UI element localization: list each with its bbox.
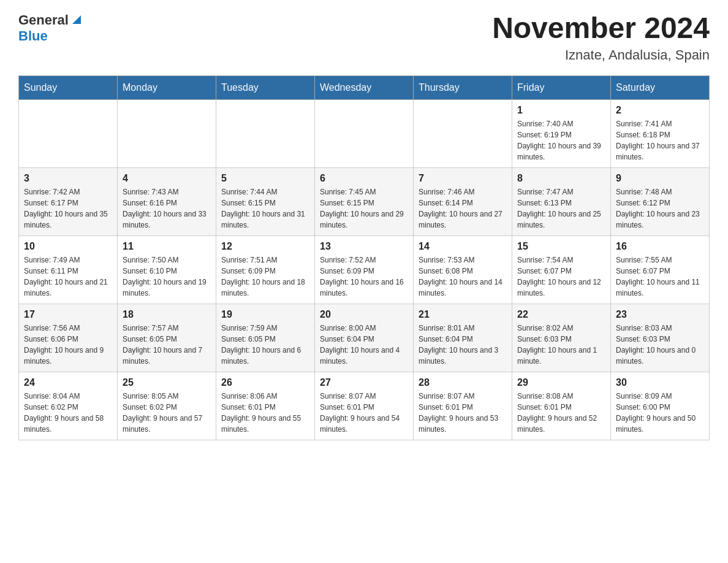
table-row xyxy=(216,99,315,167)
day-number: 8 xyxy=(517,173,605,184)
day-info: Sunrise: 8:07 AM Sunset: 6:01 PM Dayligh… xyxy=(419,391,507,435)
table-row xyxy=(19,99,118,167)
day-number: 20 xyxy=(320,309,408,320)
day-number: 16 xyxy=(616,241,704,252)
day-info: Sunrise: 8:04 AM Sunset: 6:02 PM Dayligh… xyxy=(24,391,112,435)
table-row xyxy=(315,99,414,167)
day-info: Sunrise: 7:48 AM Sunset: 6:12 PM Dayligh… xyxy=(616,186,704,231)
day-info: Sunrise: 7:55 AM Sunset: 6:07 PM Dayligh… xyxy=(616,255,704,299)
day-number: 28 xyxy=(419,377,507,388)
day-number: 27 xyxy=(320,377,408,388)
day-info: Sunrise: 7:40 AM Sunset: 6:19 PM Dayligh… xyxy=(517,118,605,163)
day-info: Sunrise: 8:02 AM Sunset: 6:03 PM Dayligh… xyxy=(517,323,605,367)
day-number: 19 xyxy=(221,309,309,320)
title-block: November 2024 Iznate, Andalusia, Spain xyxy=(492,12,710,63)
day-info: Sunrise: 8:01 AM Sunset: 6:04 PM Dayligh… xyxy=(419,323,507,367)
col-monday: Monday xyxy=(118,75,216,99)
day-info: Sunrise: 7:56 AM Sunset: 6:06 PM Dayligh… xyxy=(24,323,112,367)
logo-blue-text: Blue xyxy=(18,28,48,44)
location-title: Iznate, Andalusia, Spain xyxy=(492,47,710,63)
header: General Blue November 2024 Iznate, Andal… xyxy=(18,12,710,63)
day-number: 3 xyxy=(24,173,112,184)
table-row: 7Sunrise: 7:46 AM Sunset: 6:14 PM Daylig… xyxy=(414,167,512,236)
table-row: 25Sunrise: 8:05 AM Sunset: 6:02 PM Dayli… xyxy=(118,372,216,440)
day-number: 10 xyxy=(24,241,112,252)
day-info: Sunrise: 8:06 AM Sunset: 6:01 PM Dayligh… xyxy=(221,391,309,435)
day-info: Sunrise: 7:52 AM Sunset: 6:09 PM Dayligh… xyxy=(320,255,408,299)
table-row: 24Sunrise: 8:04 AM Sunset: 6:02 PM Dayli… xyxy=(19,372,118,440)
table-row: 4Sunrise: 7:43 AM Sunset: 6:16 PM Daylig… xyxy=(118,167,216,236)
logo-general-text: General xyxy=(18,12,69,28)
table-row xyxy=(414,99,512,167)
day-number: 25 xyxy=(123,377,211,388)
day-info: Sunrise: 7:45 AM Sunset: 6:15 PM Dayligh… xyxy=(320,186,408,231)
col-saturday: Saturday xyxy=(611,75,710,99)
day-info: Sunrise: 7:42 AM Sunset: 6:17 PM Dayligh… xyxy=(24,186,112,231)
day-info: Sunrise: 7:50 AM Sunset: 6:10 PM Dayligh… xyxy=(123,255,211,299)
day-number: 26 xyxy=(221,377,309,388)
day-info: Sunrise: 7:46 AM Sunset: 6:14 PM Dayligh… xyxy=(419,186,507,231)
day-info: Sunrise: 8:08 AM Sunset: 6:01 PM Dayligh… xyxy=(517,391,605,435)
day-number: 13 xyxy=(320,241,408,252)
day-info: Sunrise: 7:53 AM Sunset: 6:08 PM Dayligh… xyxy=(419,255,507,299)
table-row: 10Sunrise: 7:49 AM Sunset: 6:11 PM Dayli… xyxy=(19,236,118,304)
day-info: Sunrise: 8:05 AM Sunset: 6:02 PM Dayligh… xyxy=(123,391,211,435)
day-number: 12 xyxy=(221,241,309,252)
table-row xyxy=(118,99,216,167)
day-number: 22 xyxy=(517,309,605,320)
day-info: Sunrise: 7:47 AM Sunset: 6:13 PM Dayligh… xyxy=(517,186,605,231)
day-number: 4 xyxy=(123,173,211,184)
day-number: 23 xyxy=(616,309,704,320)
table-row: 18Sunrise: 7:57 AM Sunset: 6:05 PM Dayli… xyxy=(118,304,216,372)
day-info: Sunrise: 7:43 AM Sunset: 6:16 PM Dayligh… xyxy=(123,186,211,231)
day-number: 21 xyxy=(419,309,507,320)
day-info: Sunrise: 7:49 AM Sunset: 6:11 PM Dayligh… xyxy=(24,255,112,299)
logo: General Blue xyxy=(18,12,83,44)
table-row: 2Sunrise: 7:41 AM Sunset: 6:18 PM Daylig… xyxy=(611,99,710,167)
table-row: 9Sunrise: 7:48 AM Sunset: 6:12 PM Daylig… xyxy=(611,167,710,236)
day-number: 14 xyxy=(419,241,507,252)
calendar-header-row: Sunday Monday Tuesday Wednesday Thursday… xyxy=(19,75,710,99)
table-row: 22Sunrise: 8:02 AM Sunset: 6:03 PM Dayli… xyxy=(512,304,611,372)
calendar-week-row: 3Sunrise: 7:42 AM Sunset: 6:17 PM Daylig… xyxy=(19,167,710,236)
col-sunday: Sunday xyxy=(19,75,118,99)
table-row: 8Sunrise: 7:47 AM Sunset: 6:13 PM Daylig… xyxy=(512,167,611,236)
table-row: 20Sunrise: 8:00 AM Sunset: 6:04 PM Dayli… xyxy=(315,304,414,372)
table-row: 21Sunrise: 8:01 AM Sunset: 6:04 PM Dayli… xyxy=(414,304,512,372)
month-title: November 2024 xyxy=(492,12,710,45)
day-info: Sunrise: 8:07 AM Sunset: 6:01 PM Dayligh… xyxy=(320,391,408,435)
day-number: 11 xyxy=(123,241,211,252)
day-number: 30 xyxy=(616,377,704,388)
table-row: 15Sunrise: 7:54 AM Sunset: 6:07 PM Dayli… xyxy=(512,236,611,304)
table-row: 28Sunrise: 8:07 AM Sunset: 6:01 PM Dayli… xyxy=(414,372,512,440)
table-row: 17Sunrise: 7:56 AM Sunset: 6:06 PM Dayli… xyxy=(19,304,118,372)
day-info: Sunrise: 8:00 AM Sunset: 6:04 PM Dayligh… xyxy=(320,323,408,367)
day-info: Sunrise: 8:03 AM Sunset: 6:03 PM Dayligh… xyxy=(616,323,704,367)
day-number: 18 xyxy=(123,309,211,320)
col-friday: Friday xyxy=(512,75,611,99)
day-info: Sunrise: 7:59 AM Sunset: 6:05 PM Dayligh… xyxy=(221,323,309,367)
day-info: Sunrise: 8:09 AM Sunset: 6:00 PM Dayligh… xyxy=(616,391,704,435)
day-number: 2 xyxy=(616,105,704,116)
table-row: 14Sunrise: 7:53 AM Sunset: 6:08 PM Dayli… xyxy=(414,236,512,304)
table-row: 6Sunrise: 7:45 AM Sunset: 6:15 PM Daylig… xyxy=(315,167,414,236)
day-number: 24 xyxy=(24,377,112,388)
day-number: 9 xyxy=(616,173,704,184)
table-row: 29Sunrise: 8:08 AM Sunset: 6:01 PM Dayli… xyxy=(512,372,611,440)
table-row: 23Sunrise: 8:03 AM Sunset: 6:03 PM Dayli… xyxy=(611,304,710,372)
day-info: Sunrise: 7:44 AM Sunset: 6:15 PM Dayligh… xyxy=(221,186,309,231)
table-row: 16Sunrise: 7:55 AM Sunset: 6:07 PM Dayli… xyxy=(611,236,710,304)
table-row: 12Sunrise: 7:51 AM Sunset: 6:09 PM Dayli… xyxy=(216,236,315,304)
day-number: 5 xyxy=(221,173,309,184)
table-row: 27Sunrise: 8:07 AM Sunset: 6:01 PM Dayli… xyxy=(315,372,414,440)
logo-triangle-icon xyxy=(70,13,83,26)
calendar-week-row: 17Sunrise: 7:56 AM Sunset: 6:06 PM Dayli… xyxy=(19,304,710,372)
day-number: 15 xyxy=(517,241,605,252)
table-row: 19Sunrise: 7:59 AM Sunset: 6:05 PM Dayli… xyxy=(216,304,315,372)
day-number: 29 xyxy=(517,377,605,388)
day-number: 1 xyxy=(517,105,605,116)
calendar-week-row: 10Sunrise: 7:49 AM Sunset: 6:11 PM Dayli… xyxy=(19,236,710,304)
svg-marker-0 xyxy=(72,15,81,24)
table-row: 13Sunrise: 7:52 AM Sunset: 6:09 PM Dayli… xyxy=(315,236,414,304)
table-row: 5Sunrise: 7:44 AM Sunset: 6:15 PM Daylig… xyxy=(216,167,315,236)
